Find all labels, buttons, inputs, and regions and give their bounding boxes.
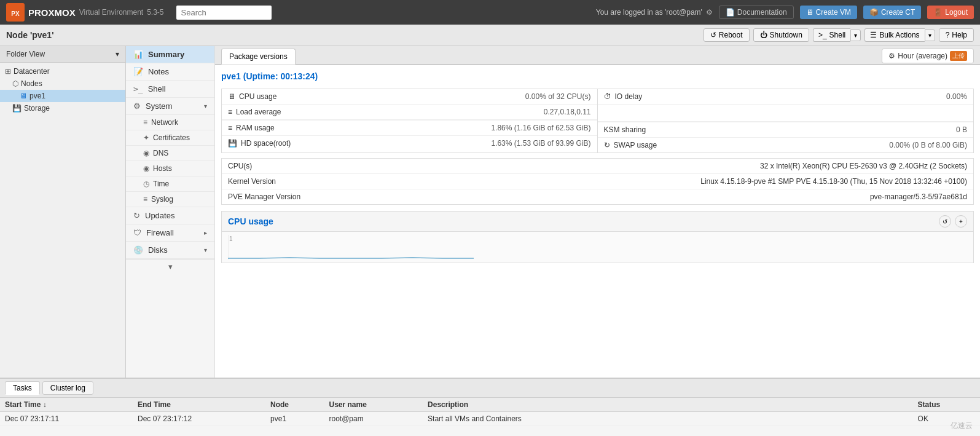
nav-item-shell[interactable]: >_ Shell [126, 81, 214, 98]
stats-grid: 🖥 CPU usage 0.00% of 32 CPU(s) ≡ Load av… [221, 89, 974, 153]
cpu-usage-row: 🖥 CPU usage 0.00% of 32 CPU(s) [222, 89, 597, 105]
logo: PX PROXMOX Virtual Environment 5.3-5 [6, 3, 164, 22]
load-icon: ≡ [228, 108, 232, 116]
logout-icon: 🚪 [933, 8, 943, 17]
gear-icon[interactable]: ⚙ [706, 8, 713, 17]
stats-left: 🖥 CPU usage 0.00% of 32 CPU(s) ≡ Load av… [222, 89, 598, 153]
left-nav: 📊 Summary 📝 Notes >_ Shell ⚙ System ▾ ≡ [126, 46, 215, 378]
shutdown-button[interactable]: ⏻ Shutdown [753, 28, 809, 42]
cpu-chart-graph: 1 [222, 232, 973, 263]
hour-average-selector[interactable]: ⚙ Hour (average) 上传 [882, 49, 974, 63]
cpu-chart-expand[interactable]: + [955, 215, 967, 228]
tab-package-versions[interactable]: Package versions [221, 49, 296, 65]
hosts-icon: ◉ [143, 164, 149, 173]
bottom-tabs: Tasks Cluster log [0, 379, 980, 398]
shutdown-icon: ⏻ [760, 31, 767, 39]
cpu-chart-header: CPU usage ↺ + [222, 212, 973, 232]
col-end-time[interactable]: End Time [133, 398, 265, 412]
bulk-actions-dropdown-arrow[interactable]: ▾ [925, 30, 935, 41]
nav-group-system[interactable]: ⚙ System ▾ [126, 98, 214, 115]
network-icon: ≡ [143, 118, 147, 127]
cpu-usage-chart: CPU usage ↺ + 1 [221, 211, 974, 263]
node-uptime: pve1 (Uptime: 00:13:24) [221, 71, 974, 81]
nodes-label: Nodes [21, 79, 42, 88]
col-description[interactable]: Description [423, 398, 913, 412]
nav-sub-item-certificates[interactable]: ✦ Certificates [126, 130, 214, 146]
load-average-label: ≡ Load average [228, 108, 339, 116]
sidebar-item-storage[interactable]: 💾 Storage [0, 102, 125, 114]
tab-cluster-log[interactable]: Cluster log [42, 381, 93, 395]
watermark: 亿速云 [951, 421, 973, 431]
node-title: Node 'pve1' [6, 30, 53, 40]
firewall-expand-arrow: ▸ [204, 229, 207, 236]
table-row: Dec 07 23:17:11 Dec 07 23:17:12 pve1 roo… [0, 412, 980, 426]
nav-sub-item-time[interactable]: ◷ Time [126, 176, 214, 192]
ram-icon: ≡ [228, 124, 232, 132]
certificates-icon: ✦ [143, 133, 149, 142]
cpu-usage-value: 0.00% of 32 CPU(s) [339, 92, 591, 101]
io-delay-icon: ⏱ [604, 92, 611, 101]
ksm-sharing-row: KSM sharing 0 B [598, 122, 974, 138]
reboot-button[interactable]: ↺ Reboot [704, 28, 750, 42]
sidebar-item-pve1[interactable]: 🖥 pve1 [0, 90, 125, 102]
nav-item-notes[interactable]: 📝 Notes [126, 63, 214, 81]
shell-dropdown-arrow[interactable]: ▾ [850, 30, 861, 41]
nav-sub-item-network[interactable]: ≡ Network [126, 115, 214, 130]
col-status[interactable]: Status [913, 398, 980, 412]
content-body: pve1 (Uptime: 00:13:24) 🖥 CPU usage 0.00… [215, 65, 980, 269]
nav-item-updates[interactable]: ↻ Updates [126, 207, 214, 224]
doc-icon: 📄 [726, 8, 735, 17]
shell-button[interactable]: >_ Shell [813, 28, 850, 42]
disks-label: Disks [148, 245, 168, 255]
pve-manager-label: PVE Manager Version [228, 192, 300, 201]
create-ct-button[interactable]: 📦 Create CT [863, 6, 921, 19]
system-info-section: CPU(s) 32 x Intel(R) Xeon(R) CPU E5-2630… [221, 158, 974, 205]
help-button[interactable]: ? Help [939, 28, 974, 42]
cpu-icon: 🖥 [228, 92, 235, 101]
create-ct-icon: 📦 [869, 8, 879, 17]
cpu-chart-refresh[interactable]: ↺ [939, 215, 951, 228]
cell-end-time: Dec 07 23:17:12 [133, 412, 265, 426]
search-input[interactable] [176, 6, 272, 20]
bulk-actions-button-group: ☰ Bulk Actions ▾ [864, 28, 935, 42]
documentation-button[interactable]: 📄 Documentation [719, 6, 794, 19]
tab-tasks[interactable]: Tasks [5, 381, 40, 395]
svg-text:1: 1 [229, 236, 233, 242]
summary-label: Summary [148, 50, 184, 59]
certificates-label: Certificates [153, 133, 190, 142]
version-text: Virtual Environment [79, 8, 144, 17]
notes-label: Notes [148, 67, 169, 76]
version-number: 5.3-5 [147, 8, 163, 17]
nav-scroll-down-icon[interactable]: ▾ [168, 262, 173, 271]
ram-usage-label: ≡ RAM usage [228, 124, 339, 132]
kernel-label: Kernel Version [228, 177, 276, 186]
cell-user-name: root@pam [324, 412, 423, 426]
datacenter-icon: ⊞ [5, 67, 11, 76]
nav-sub-item-dns[interactable]: ◉ DNS [126, 146, 214, 161]
hd-icon: 💾 [228, 139, 237, 148]
cpus-value: 32 x Intel(R) Xeon(R) CPU E5-2630 v3 @ 2… [760, 162, 967, 170]
nav-group-disks[interactable]: 💿 Disks ▾ [126, 242, 214, 259]
storage-label: Storage [24, 104, 50, 113]
nodes-icon: ⬡ [12, 79, 18, 88]
time-label: Time [153, 180, 169, 188]
nav-item-summary[interactable]: 📊 Summary [126, 46, 214, 63]
create-vm-button[interactable]: 🖥 Create VM [800, 6, 857, 19]
nav-sub-item-hosts[interactable]: ◉ Hosts [126, 161, 214, 176]
bulk-actions-button[interactable]: ☰ Bulk Actions [864, 28, 924, 42]
dns-icon: ◉ [143, 149, 149, 157]
nav-sub-item-syslog[interactable]: ≡ Syslog [126, 192, 214, 207]
col-user-name[interactable]: User name [324, 398, 423, 412]
col-node[interactable]: Node [265, 398, 324, 412]
col-start-time[interactable]: Start Time ↓ [0, 398, 133, 412]
nav-group-firewall[interactable]: 🛡 Firewall ▸ [126, 224, 214, 242]
sidebar-item-nodes[interactable]: ⬡ Nodes [0, 77, 125, 90]
cell-description: Start all VMs and Containers [423, 412, 913, 426]
hd-space-row: 💾 HD space(root) 1.63% (1.53 GiB of 93.9… [222, 136, 597, 151]
stats-right: ⏱ IO delay 0.00% KSM sharing 0 B [598, 89, 974, 153]
logout-button[interactable]: 🚪 Logout [927, 6, 974, 19]
main-content: Package versions ⚙ Hour (average) 上传 pve… [215, 46, 980, 378]
updates-icon: ↻ [133, 211, 140, 220]
sidebar-item-datacenter[interactable]: ⊞ Datacenter [0, 65, 125, 77]
cell-start-time: Dec 07 23:17:11 [0, 412, 133, 426]
